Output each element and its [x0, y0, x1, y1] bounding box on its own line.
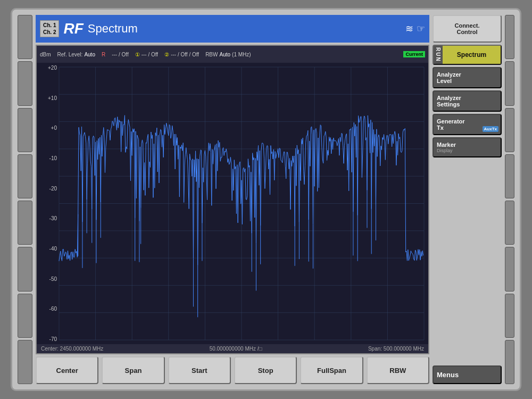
marker2-item: ② --- / Off / Off [164, 52, 199, 57]
rf-label: RF [63, 20, 83, 37]
generator-tx-button[interactable]: GeneratorTx AuxTx [433, 114, 502, 135]
rbw-value: Auto [219, 52, 230, 57]
right-key-3[interactable] [505, 108, 514, 152]
marker-label: Marker [437, 142, 497, 148]
right-key-8[interactable] [505, 340, 514, 384]
spectrum-btn-label[interactable]: Spectrum [443, 46, 501, 64]
marker1-num: ① [135, 52, 140, 57]
right-key-1[interactable] [505, 15, 514, 59]
rbw-mhz: (1 MHz) [232, 52, 251, 57]
generator-tx-label: GeneratorTx [437, 118, 465, 131]
channel-box: Ch. 1 Ch. 2 [40, 20, 59, 37]
rbw-button[interactable]: RBW [367, 356, 429, 384]
header-icons: ≋ ☞ [405, 23, 425, 35]
analyzer-settings-button[interactable]: AnalyzerSettings [433, 90, 502, 112]
marker-display-button[interactable]: Marker Display [433, 137, 502, 157]
span-per-div: 50.000000000 MHz /□ [210, 346, 262, 352]
ref-level-label: Ref. Level: [57, 52, 83, 57]
ref-dashes: --- / Off [112, 52, 128, 57]
left-key-4[interactable] [18, 154, 32, 198]
menus-button[interactable]: Menus [433, 365, 502, 384]
connect-control-button[interactable]: Connect.Control [433, 15, 502, 43]
display-label: Display [437, 148, 497, 153]
rbw-label: RBW [205, 52, 218, 57]
current-badge: Current [403, 51, 425, 57]
left-key-7[interactable] [18, 294, 32, 338]
left-key-3[interactable] [18, 108, 32, 152]
right-keys [505, 15, 514, 384]
analyzer-level-label: AnalyzerLevel [437, 71, 461, 84]
rbw-item: RBW Auto (1 MHz) [205, 52, 251, 57]
right-key-5[interactable] [505, 201, 514, 245]
analyzer-level-button[interactable]: AnalyzerLevel [433, 67, 502, 88]
aux-tx-badge: AuxTx [483, 126, 498, 132]
main-area: Ch. 1 Ch. 2 RF Spectrum ≋ ☞ dBm Ref. Lev… [36, 15, 429, 384]
hand-icon: ☞ [417, 23, 425, 35]
stop-button[interactable]: Stop [234, 356, 297, 384]
ref-level-value: Auto [84, 52, 95, 57]
left-key-6[interactable] [18, 247, 32, 291]
ch1-label: Ch. 1 [43, 22, 56, 29]
start-button[interactable]: Start [168, 356, 231, 384]
info-bar: dBm Ref. Level: Auto R --- / Off ① --- /… [37, 46, 428, 63]
left-key-5[interactable] [18, 201, 32, 245]
device-frame: Ch. 1 Ch. 2 RF Spectrum ≋ ☞ dBm Ref. Lev… [11, 8, 521, 391]
right-panel: Connect.Control RUN Spectrum AnalyzerLev… [433, 15, 502, 384]
marker2-num: ② [164, 52, 169, 57]
ref-level-item: Ref. Level: Auto [57, 52, 95, 57]
run-label: RUN [434, 46, 443, 64]
right-key-6[interactable] [505, 247, 514, 291]
marker2-val: --- / Off / Off [171, 52, 199, 57]
header: Ch. 1 Ch. 2 RF Spectrum ≋ ☞ [36, 15, 429, 43]
chart-area: +20 +10 +0 -10 -20 -30 -40 -50 -60 -70 [37, 63, 428, 344]
right-key-2[interactable] [505, 61, 514, 105]
bottom-buttons: Center Span Start Stop FullSpan RBW [36, 356, 429, 384]
center-button[interactable]: Center [36, 356, 98, 384]
ch2-label: Ch. 2 [43, 29, 56, 36]
analyzer-settings-label: AnalyzerSettings [437, 95, 461, 107]
span-button[interactable]: Span [102, 356, 164, 384]
span-total: Span: 500.000000 MHz [368, 346, 424, 352]
left-key-8[interactable] [18, 340, 32, 384]
display-area: dBm Ref. Level: Auto R --- / Off ① --- /… [36, 45, 429, 354]
spectrum-chart [37, 63, 428, 344]
right-key-7[interactable] [505, 294, 514, 338]
marker1-item: ① --- / Off [135, 52, 158, 57]
right-key-4[interactable] [505, 154, 514, 198]
marker1-val: --- / Off [142, 52, 158, 57]
ref-r: R [102, 52, 105, 57]
left-keys [18, 15, 32, 384]
run-spectrum-container: RUN Spectrum [433, 45, 502, 65]
fullspan-button[interactable]: FullSpan [300, 356, 363, 384]
spectrum-label: Spectrum [88, 22, 138, 36]
left-key-2[interactable] [18, 61, 32, 105]
dbm-label: dBm [40, 52, 51, 57]
bottom-info: Center: 2450.000000 MHz 50.000000000 MHz… [37, 344, 428, 353]
wave-icon: ≋ [405, 23, 413, 35]
connect-control-label: Connect.Control [454, 22, 479, 35]
left-key-1[interactable] [18, 15, 32, 59]
center-freq: Center: 2450.000000 MHz [41, 346, 103, 352]
